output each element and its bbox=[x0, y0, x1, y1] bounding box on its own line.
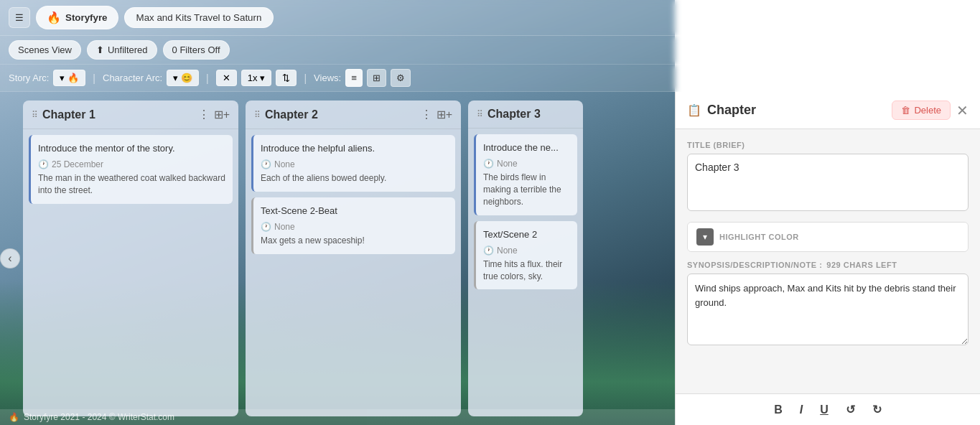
column-1-title: Chapter 1 bbox=[42, 108, 198, 121]
story-arc-label: Story Arc: bbox=[9, 73, 49, 83]
menu-icon: ☰ bbox=[15, 12, 24, 23]
card-c3-1-time: None bbox=[497, 159, 518, 169]
card-c3-2[interactable]: Text/Scene 2 🕐 None Time hits a flux. th… bbox=[474, 221, 577, 290]
underline-button[interactable]: U bbox=[817, 402, 831, 418]
close-icon: ✕ bbox=[956, 103, 969, 118]
close-panel-button[interactable]: ✕ bbox=[956, 103, 969, 118]
list-icon: ≡ bbox=[351, 73, 357, 83]
card-c2-1-meta: 🕐 None bbox=[261, 159, 448, 169]
highlight-label: HIGHLIGHT COLOR bbox=[719, 233, 799, 241]
column-2-title: Chapter 2 bbox=[265, 108, 421, 121]
card-c2-1[interactable]: Introduce the helpful aliens. 🕐 None Eac… bbox=[251, 135, 455, 192]
card-c2-1-title: Introduce the helpful aliens. bbox=[261, 142, 448, 155]
card-c3-1-title: Introduce the ne... bbox=[483, 141, 570, 154]
filters-button[interactable]: 0 Filters Off bbox=[163, 40, 230, 60]
panel-body: TITLE (brief) ▾ HIGHLIGHT COLOR SYNOPSIS… bbox=[676, 129, 980, 393]
card-c2-2-time: None bbox=[274, 222, 295, 232]
panel-title: Chapter bbox=[707, 103, 756, 118]
clock-icon-3: 🕐 bbox=[261, 222, 271, 232]
chevron-zoom: ▾ bbox=[260, 73, 265, 83]
sort-btn[interactable]: ⇅ bbox=[276, 70, 297, 86]
clock-icon-5: 🕐 bbox=[483, 246, 494, 256]
list-view-button[interactable]: ≡ bbox=[345, 69, 363, 87]
unfiltered-button[interactable]: ⬆ Unfiltered bbox=[87, 40, 157, 60]
card-c3-1[interactable]: Introduce the ne... 🕐 None The birds fle… bbox=[474, 134, 577, 215]
column-2-header: ⠿ Chapter 2 ⋮ ⊞+ bbox=[246, 101, 461, 129]
bold-button[interactable]: B bbox=[771, 402, 785, 418]
card-c2-2-meta: 🕐 None bbox=[261, 222, 448, 232]
flame-filter-icon: 🔥 bbox=[67, 73, 79, 83]
footer-flame-icon: 🔥 bbox=[9, 412, 19, 422]
drag-handle-3[interactable]: ⠿ bbox=[477, 109, 483, 119]
column-1-more-button[interactable]: ⋮ bbox=[198, 108, 210, 121]
chevron-down-icon-2: ▾ bbox=[173, 73, 178, 83]
footer: 🔥 Storyfyre 2021 - 2024 © WriterStat.com bbox=[0, 409, 675, 425]
zoom-select[interactable]: 1x ▾ bbox=[241, 70, 272, 86]
card-c2-1-body: Each of the aliens bowed deeply. bbox=[261, 172, 448, 185]
character-arc-select[interactable]: ▾ 😊 bbox=[167, 70, 199, 86]
kanban-area: ‹ ⠿ Chapter 1 ⋮ ⊞+ Introduce the mentor … bbox=[0, 92, 675, 425]
menu-button[interactable]: ☰ bbox=[9, 7, 30, 28]
card-c1-1-date: 25 December bbox=[52, 159, 103, 169]
chevron-down-icon: ▾ bbox=[60, 73, 65, 83]
drag-handle-2[interactable]: ⠿ bbox=[254, 110, 261, 120]
footer-text: Storyfyre 2021 - 2024 © WriterStat.com bbox=[24, 412, 174, 422]
italic-button[interactable]: I bbox=[797, 402, 806, 418]
toolbar: Scenes View ⬆ Unfiltered 0 Filters Off bbox=[0, 36, 980, 65]
synopsis-input[interactable] bbox=[687, 274, 969, 345]
card-c3-1-meta: 🕐 None bbox=[483, 159, 570, 169]
prev-nav-arrow[interactable]: ‹ bbox=[0, 248, 20, 268]
highlight-header[interactable]: ▾ HIGHLIGHT COLOR bbox=[688, 223, 968, 251]
brand-button[interactable]: 🔥 Storyfyre bbox=[36, 6, 118, 29]
synopsis-label: SYNOPSIS/DESCRIPTION/NOTE : 929 chars le… bbox=[687, 261, 969, 269]
panel-actions: 🗑 Delete ✕ bbox=[892, 101, 969, 120]
smiley-icon: 😊 bbox=[181, 73, 192, 83]
drag-handle-1[interactable]: ⠿ bbox=[32, 110, 38, 120]
story-title-button[interactable]: Max and Kits Travel to Saturn bbox=[124, 7, 274, 28]
column-3-header: ⠿ Chapter 3 bbox=[468, 101, 583, 129]
right-panel: 📋 Chapter 🗑 Delete ✕ TITLE (brief) bbox=[675, 92, 980, 425]
character-arc-label: Character Arc: bbox=[103, 73, 162, 83]
settings-icon: ⚙ bbox=[396, 73, 405, 83]
highlight-chevron[interactable]: ▾ bbox=[696, 228, 714, 246]
column-2-more-button[interactable]: ⋮ bbox=[421, 108, 432, 121]
main-content: ‹ ⠿ Chapter 1 ⋮ ⊞+ Introduce the mentor … bbox=[0, 92, 980, 425]
column-2-add-button[interactable]: ⊞+ bbox=[437, 108, 452, 121]
highlight-section: ▾ HIGHLIGHT COLOR bbox=[687, 222, 969, 252]
undo-button[interactable]: ↺ bbox=[843, 401, 858, 418]
card-c1-1[interactable]: Introduce the mentor of the story. 🕐 25 … bbox=[29, 135, 233, 204]
cross-icon-btn[interactable]: ✕ bbox=[216, 70, 237, 86]
chars-left-badge: 929 chars left bbox=[826, 261, 897, 269]
settings-view-button[interactable]: ⚙ bbox=[391, 69, 411, 87]
column-3-body: Introduce the ne... 🕐 None The birds fle… bbox=[468, 129, 583, 295]
story-arc-select[interactable]: ▾ 🔥 bbox=[53, 70, 85, 86]
title-field-label: TITLE (brief) bbox=[687, 141, 969, 149]
trash-icon: 🗑 bbox=[901, 105, 910, 116]
column-chapter-2: ⠿ Chapter 2 ⋮ ⊞+ Introduce the helpful a… bbox=[246, 101, 461, 416]
delete-button[interactable]: 🗑 Delete bbox=[892, 101, 951, 120]
card-c1-1-meta: 🕐 25 December bbox=[38, 159, 225, 169]
separator-3: | bbox=[301, 73, 309, 84]
separator-2: | bbox=[203, 73, 212, 84]
zoom-label: 1x bbox=[248, 73, 258, 83]
column-1-body: Introduce the mentor of the story. 🕐 25 … bbox=[23, 129, 238, 210]
card-c2-2[interactable]: Text-Scene 2-Beat 🕐 None Max gets a new … bbox=[251, 197, 455, 254]
column-2-body: Introduce the helpful aliens. 🕐 None Eac… bbox=[246, 129, 461, 260]
filterbar: Story Arc: ▾ 🔥 | Character Arc: ▾ 😊 | ✕ … bbox=[0, 65, 980, 92]
clock-icon-4: 🕐 bbox=[483, 159, 494, 169]
redo-icon: ↻ bbox=[872, 403, 882, 416]
scenes-view-button[interactable]: Scenes View bbox=[9, 40, 81, 60]
undo-icon: ↺ bbox=[846, 403, 855, 416]
chapter-icon: 📋 bbox=[687, 103, 701, 117]
card-c1-1-body: The man in the weathered coat walked bac… bbox=[38, 172, 225, 197]
column-1-add-button[interactable]: ⊞+ bbox=[214, 108, 230, 121]
clock-icon-2: 🕐 bbox=[261, 159, 271, 169]
title-input[interactable] bbox=[687, 154, 969, 211]
redo-button[interactable]: ↻ bbox=[869, 401, 885, 418]
panel-title-area: 📋 Chapter bbox=[687, 103, 756, 118]
card-c3-2-body: Time hits a flux. their true colors, sky… bbox=[483, 258, 570, 283]
clock-icon: 🕐 bbox=[38, 159, 49, 169]
card-c3-2-time: None bbox=[497, 246, 518, 256]
grid-view-button[interactable]: ⊞ bbox=[367, 69, 386, 87]
column-1-header: ⠿ Chapter 1 ⋮ ⊞+ bbox=[23, 101, 238, 129]
